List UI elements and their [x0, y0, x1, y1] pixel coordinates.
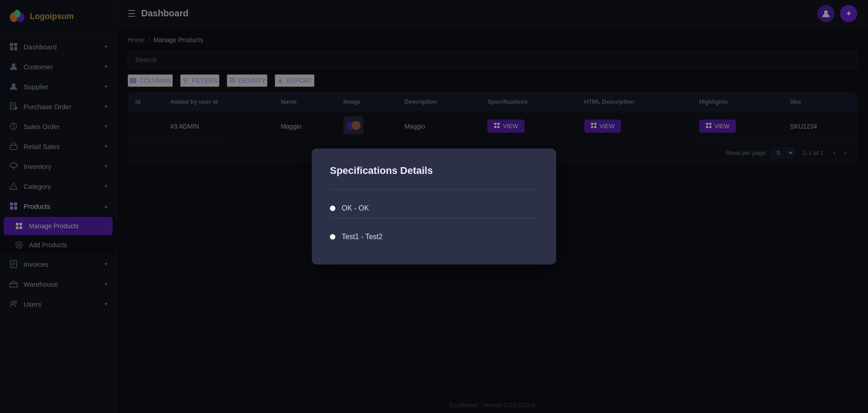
specifications-modal: Specifications Details OK - OK Test1 - T…	[312, 149, 556, 264]
modal-overlay[interactable]: Specifications Details OK - OK Test1 - T…	[0, 0, 868, 413]
modal-divider	[330, 189, 538, 190]
bullet-icon	[330, 234, 335, 240]
modal-item-1-label: OK - OK	[342, 204, 369, 212]
modal-item-2-label: Test1 - Test2	[342, 233, 382, 241]
modal-title: Specifications Details	[330, 165, 538, 177]
modal-item-2: Test1 - Test2	[330, 227, 538, 246]
modal-item-1: OK - OK	[330, 199, 538, 218]
bullet-icon	[330, 206, 335, 211]
modal-divider-2	[330, 218, 538, 218]
